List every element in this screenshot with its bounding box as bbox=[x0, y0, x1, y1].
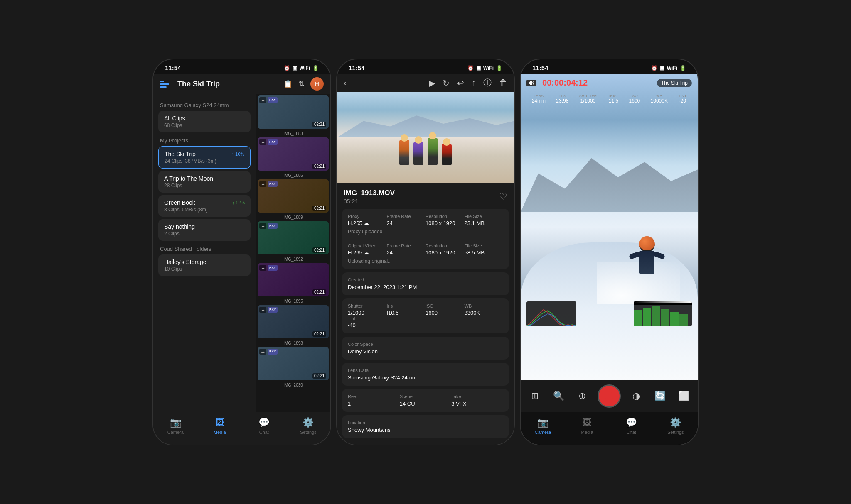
nav-media-3[interactable]: 🖼 Media bbox=[565, 416, 610, 436]
param-shutter: SHUTTER 1/1000 bbox=[579, 94, 597, 104]
histogram-waveform bbox=[634, 301, 692, 326]
focus-icon[interactable]: ⊕ bbox=[574, 388, 590, 404]
back-icon[interactable]: ‹ bbox=[344, 78, 347, 88]
cloud-icon-3: ☁ bbox=[259, 181, 266, 187]
cloud-icon-5: ☁ bbox=[259, 265, 266, 271]
saynothing-sub: 2 Clips bbox=[164, 231, 245, 237]
project-moon[interactable]: A Trip to The Moon 28 Clips bbox=[158, 171, 251, 193]
nav-camera-1[interactable]: 📷 Camera bbox=[153, 416, 198, 436]
nav-settings-1[interactable]: ⚙️ Settings bbox=[286, 416, 331, 436]
nav-settings-3[interactable]: ⚙️ Settings bbox=[654, 416, 698, 436]
nav-chat-1[interactable]: 💬 Chat bbox=[242, 416, 286, 436]
orig-size-col: File Size 58.5 MB bbox=[465, 243, 504, 256]
user-avatar[interactable]: H bbox=[310, 77, 324, 91]
pxy-badge-5: PXY bbox=[268, 265, 278, 271]
bottom-nav-1: 📷 Camera 🖼 Media 💬 Chat ⚙️ Settings bbox=[153, 412, 330, 445]
clock-icon-2: ⏰ bbox=[467, 65, 474, 71]
lens-param-value: 24mm bbox=[532, 98, 546, 104]
media-nav-icon: 🖼 bbox=[215, 417, 224, 428]
media-nav-label: Media bbox=[214, 430, 226, 435]
location-value: Snowy Mountains bbox=[348, 427, 503, 433]
wifi-icon-2: WiFi bbox=[483, 65, 494, 71]
info-icon[interactable]: ⓘ bbox=[483, 77, 492, 88]
pxy-badge-7: PXY bbox=[268, 349, 278, 355]
location-label: Location bbox=[348, 420, 503, 425]
tint-param-label: TINT bbox=[678, 94, 686, 98]
cloud-icon-7: ☁ bbox=[259, 349, 266, 355]
history-icon[interactable]: ↩ bbox=[457, 78, 464, 88]
orig-res-label: Resolution bbox=[426, 243, 465, 248]
project-greenbook[interactable]: Green Book ↑ 12% 8 Clips 5MB/s (8m) bbox=[158, 195, 251, 217]
iso-label: ISO bbox=[426, 303, 465, 308]
phone-camera: 11:54 ⏰ ▣ WiFi 🔋 bbox=[520, 59, 699, 445]
param-tint: TINT -20 bbox=[678, 94, 686, 104]
orig-fps-col: Frame Rate 24 bbox=[387, 243, 426, 256]
folder-hailey[interactable]: Hailey's Storage 10 Clips bbox=[158, 254, 251, 276]
figure-3 bbox=[428, 138, 438, 165]
pxy-badge-2: PXY bbox=[268, 139, 278, 145]
clip-thumb-1895[interactable]: ☁ PXY 02:21 bbox=[258, 263, 329, 296]
iris-param-label: IRIS bbox=[609, 94, 617, 98]
figure-2 bbox=[413, 142, 423, 165]
svg-rect-5 bbox=[661, 309, 669, 326]
badge-icon[interactable]: 📋 bbox=[283, 79, 293, 88]
nav-camera-3[interactable]: 📷 Camera bbox=[521, 416, 565, 436]
param-iris: IRIS f11.5 bbox=[608, 94, 619, 104]
clip-thumb-1886[interactable]: ☁ PXY 02:21 bbox=[258, 137, 329, 171]
sort-icon[interactable]: ⇅ bbox=[298, 79, 305, 88]
more-icon[interactable]: ⬜ bbox=[675, 388, 692, 404]
zoom-icon[interactable]: 🔍 bbox=[550, 388, 567, 404]
fps-param-label: FPS bbox=[559, 94, 566, 98]
delete-icon[interactable]: 🗑 bbox=[499, 78, 507, 88]
settings-nav-label: Settings bbox=[300, 430, 317, 435]
device-section-label: Samsung Galaxy S24 24mm bbox=[160, 102, 251, 108]
play-icon[interactable]: ▶ bbox=[429, 78, 435, 88]
reel-row: Reel 1 Scene 14 CU Take 3 VFX bbox=[348, 394, 503, 407]
lens-param-label: LENS bbox=[534, 94, 544, 98]
proxy-res-label: Resolution bbox=[426, 214, 465, 219]
all-clips-item[interactable]: All Clips 68 Clips bbox=[158, 111, 251, 132]
arm-right bbox=[653, 251, 665, 260]
clip-duration-1889: 02:21 bbox=[312, 206, 326, 211]
moon-sub: 28 Clips bbox=[164, 183, 245, 188]
flip-icon[interactable]: 🔄 bbox=[652, 388, 668, 404]
clip-thumb-1898[interactable]: ☁ PXY 02:21 bbox=[258, 305, 329, 338]
clip-thumb-1892[interactable]: ☁ PXY 02:21 bbox=[258, 221, 329, 254]
header-action-icons: 📋 ⇅ H bbox=[283, 77, 324, 91]
clip-thumb-1889[interactable]: ☁ PXY 02:21 bbox=[258, 179, 329, 213]
clip-name-1886: IMG_1886 bbox=[258, 172, 329, 179]
clip-thumb-2030[interactable]: ☁ PXY 02:21 bbox=[258, 347, 329, 380]
camera-nav-icon: 📷 bbox=[170, 417, 181, 428]
svg-rect-7 bbox=[679, 314, 688, 326]
chat-nav-label: Chat bbox=[259, 430, 269, 435]
detail-scroll[interactable]: IMG_1913.MOV 05:21 ♡ Proxy H.265 ☁ Frame… bbox=[337, 183, 514, 445]
cloud-section-label: Coud Shared Folders bbox=[160, 246, 251, 252]
share-icon[interactable]: ↑ bbox=[472, 78, 476, 88]
clip-thumb-1883[interactable]: ☁ PXY 02:21 bbox=[258, 95, 329, 129]
clip-duration-1898: 02:21 bbox=[312, 331, 326, 337]
exposure-icon[interactable]: ◑ bbox=[628, 388, 644, 404]
iso-col: ISO 1600 bbox=[426, 303, 465, 316]
sidebar-toggle-icon[interactable] bbox=[160, 79, 173, 89]
proxy-label: Proxy bbox=[348, 214, 387, 219]
battery-icon: 🔋 bbox=[312, 65, 319, 71]
helmet bbox=[639, 236, 655, 252]
project-ski-trip[interactable]: The Ski Trip ↑ 16% 24 Clips 387MB/s (3m) bbox=[158, 146, 251, 169]
nav-media-1[interactable]: 🖼 Media bbox=[198, 416, 242, 436]
wb-label: WB bbox=[465, 303, 504, 308]
clip-duration-display: 05:21 bbox=[344, 198, 395, 205]
record-button[interactable] bbox=[598, 384, 621, 408]
iris-label: Iris bbox=[387, 303, 426, 308]
time-3: 11:54 bbox=[532, 64, 548, 71]
sync-icon[interactable]: ↻ bbox=[443, 78, 450, 88]
clip-duration-1886: 02:21 bbox=[312, 164, 326, 169]
greenbook-sub: 8 Clips 5MB/s (8m) bbox=[164, 207, 245, 213]
camera-screen: 4K 00:00:04:12 The Ski Trip LENS 24mm FP… bbox=[521, 74, 698, 445]
proxy-fps: 24 bbox=[387, 220, 426, 226]
mountain-bg bbox=[337, 110, 514, 137]
favorite-button[interactable]: ♡ bbox=[499, 191, 507, 202]
project-saynothing[interactable]: Say nothing 2 Clips bbox=[158, 219, 251, 241]
grid-icon[interactable]: ⊞ bbox=[526, 388, 543, 404]
nav-chat-3[interactable]: 💬 Chat bbox=[609, 416, 654, 436]
lens-card: Lens Data Samsung Galaxy S24 24mm bbox=[342, 363, 509, 386]
